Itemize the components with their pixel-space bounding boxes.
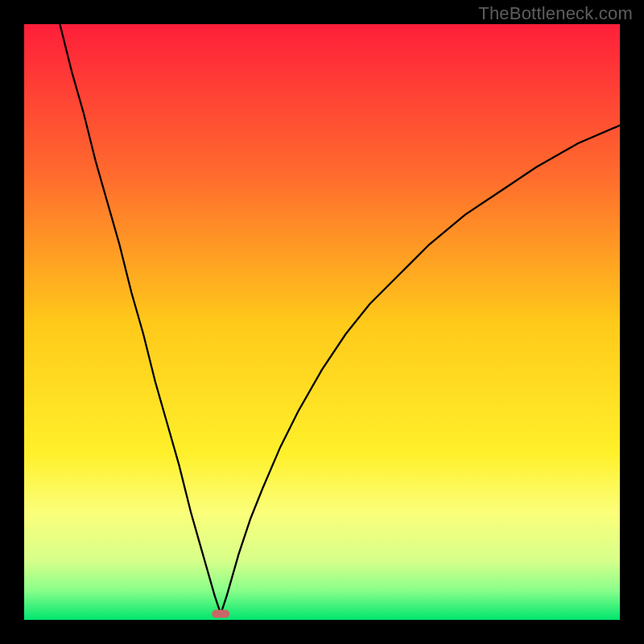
bottleneck-chart: [24, 24, 620, 620]
watermark-text: TheBottleneck.com: [478, 3, 633, 24]
minimum-marker: [212, 610, 229, 618]
plot-background: [24, 24, 620, 620]
chart-frame: TheBottleneck.com: [0, 0, 644, 644]
